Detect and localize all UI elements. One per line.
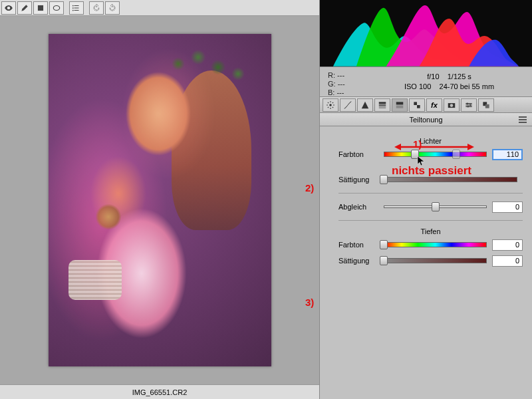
svg-point-4 xyxy=(72,9,74,11)
annotation-3: 3) xyxy=(305,297,314,308)
svg-rect-7 xyxy=(379,104,386,106)
panel-tabs: fx xyxy=(320,97,532,113)
tool-rotate-ccw[interactable] xyxy=(89,1,104,15)
tab-detail-icon[interactable] xyxy=(357,98,373,112)
svg-point-1 xyxy=(53,5,59,10)
shadows-sat-slider[interactable] xyxy=(384,258,487,263)
tab-basic-icon[interactable] xyxy=(323,98,338,112)
filename-label: IMG_66551.CR2 xyxy=(132,388,188,396)
lens: 24-70 bei 55 mm xyxy=(440,82,495,90)
readout-g: --- xyxy=(338,80,345,88)
svg-rect-12 xyxy=(417,105,420,108)
svg-rect-10 xyxy=(396,105,404,108)
panel-menu-icon[interactable] xyxy=(519,115,528,124)
svg-point-15 xyxy=(467,102,468,104)
right-pane: R: --- G: --- B: --- f/10 1/125 s ISO 10… xyxy=(319,0,532,399)
svg-rect-6 xyxy=(379,102,386,104)
histogram[interactable] xyxy=(320,0,532,66)
readout-b: --- xyxy=(336,88,344,96)
readout-r: --- xyxy=(337,71,344,79)
highlights-hue-label: Farbton xyxy=(338,150,378,158)
toolbar xyxy=(0,0,319,16)
panel-title-bar: Teiltonung xyxy=(320,113,532,126)
shadows-sat-row: Sättigung xyxy=(338,254,523,267)
svg-rect-9 xyxy=(396,102,404,104)
svg-marker-21 xyxy=(394,144,401,150)
svg-point-2 xyxy=(72,5,74,6)
svg-rect-0 xyxy=(38,5,43,10)
highlights-hue-row: Farbton 1) xyxy=(338,148,523,161)
tab-camera-icon[interactable] xyxy=(444,98,460,112)
tab-presets-icon[interactable] xyxy=(461,98,477,112)
tool-rotate-cw[interactable] xyxy=(105,1,120,15)
filename-bar: IMG_66551.CR2 xyxy=(0,384,319,399)
left-pane: IMG_66551.CR2 xyxy=(0,0,319,399)
tab-hsl-icon[interactable] xyxy=(374,98,390,112)
balance-row: Abgleich xyxy=(338,200,523,213)
tab-fx-icon[interactable]: fx xyxy=(426,98,442,112)
svg-point-16 xyxy=(469,104,471,105)
balance-label: Abgleich xyxy=(338,203,378,211)
svg-rect-11 xyxy=(414,102,417,105)
separator xyxy=(338,220,523,221)
tab-split-icon[interactable] xyxy=(392,98,408,112)
svg-point-17 xyxy=(467,106,469,107)
tab-curve-icon[interactable] xyxy=(340,98,356,112)
shadows-hue-row: Farbton xyxy=(338,238,523,251)
highlights-hue-slider[interactable]: 1) xyxy=(384,152,487,157)
balance-input[interactable] xyxy=(492,201,523,213)
shadows-sat-label: Sättigung xyxy=(338,257,378,265)
svg-point-14 xyxy=(450,104,454,107)
separator xyxy=(338,193,523,194)
shadows-hue-slider[interactable] xyxy=(384,242,487,247)
preview-image xyxy=(49,34,271,366)
tab-snapshots-icon[interactable] xyxy=(478,98,494,112)
aperture: f/10 xyxy=(427,72,439,80)
tab-lens-icon[interactable] xyxy=(409,98,425,112)
image-viewport[interactable] xyxy=(0,16,319,384)
shadows-sat-input[interactable] xyxy=(492,255,523,267)
svg-marker-22 xyxy=(467,144,474,150)
highlights-sat-row: Sättigung xyxy=(338,173,523,186)
iso: ISO 100 xyxy=(404,82,431,90)
meta-readout: R: --- G: --- B: --- f/10 1/125 s ISO 10… xyxy=(320,66,532,97)
highlights-sat-label: Sättigung xyxy=(338,176,378,184)
tool-eye[interactable] xyxy=(1,1,16,15)
annotation-2: 2) xyxy=(305,182,314,194)
balance-slider[interactable] xyxy=(384,205,487,208)
tool-rect[interactable] xyxy=(33,1,48,15)
highlights-hue-input[interactable] xyxy=(492,149,523,160)
tool-brush[interactable] xyxy=(17,1,32,15)
shadows-title: Tiefen xyxy=(338,227,523,235)
tool-ellipse[interactable] xyxy=(49,1,64,15)
shadows-hue-input[interactable] xyxy=(492,239,523,251)
svg-point-3 xyxy=(72,7,74,9)
panel-title: Teiltonung xyxy=(409,116,442,124)
annotation-arrow-icon xyxy=(394,142,474,152)
svg-rect-8 xyxy=(379,106,386,108)
svg-point-5 xyxy=(329,104,332,106)
shutter: 1/125 s xyxy=(448,72,471,80)
shadows-hue-label: Farbton xyxy=(338,241,378,249)
highlights-sat-slider[interactable] xyxy=(384,177,517,182)
tool-list[interactable] xyxy=(69,1,84,15)
svg-rect-19 xyxy=(485,104,489,108)
split-toning-panel: 2) 3) Lichter Farbton 1) nicht xyxy=(320,126,532,267)
